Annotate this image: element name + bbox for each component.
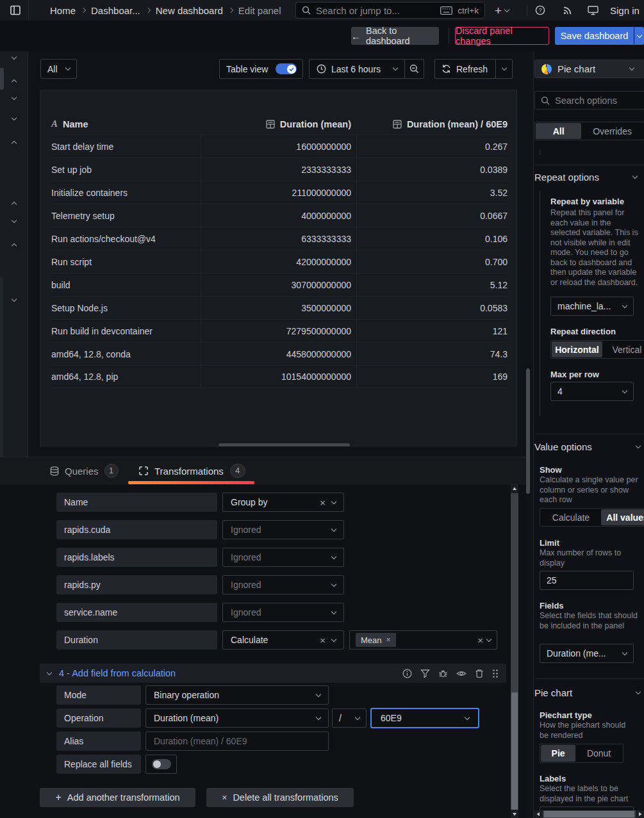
- back-to-dashboard-button[interactable]: ← Back to dashboard: [351, 27, 439, 45]
- repeat-variable-select[interactable]: machine_la...: [550, 297, 634, 316]
- search-minus-icon: [409, 64, 419, 74]
- type-pie[interactable]: Pie: [541, 745, 575, 762]
- scroll-thumb[interactable]: [544, 811, 634, 817]
- clear-icon[interactable]: ×: [320, 635, 326, 645]
- tab-overrides[interactable]: Overrides: [581, 123, 643, 139]
- show-all-values[interactable]: All values: [601, 509, 644, 525]
- field-operation-select[interactable]: Ignored: [222, 575, 344, 594]
- table-view-toggle[interactable]: [276, 63, 297, 74]
- field-operation-select[interactable]: Ignored: [222, 520, 344, 539]
- fields-select[interactable]: Duration (me...: [540, 644, 634, 663]
- limit-input[interactable]: 25: [540, 571, 634, 590]
- refresh-interval-button[interactable]: [496, 60, 512, 78]
- delete-all-transformations-button[interactable]: × Delete all transformations: [206, 788, 354, 807]
- tab-all[interactable]: All: [536, 123, 581, 139]
- drag-handle-icon[interactable]: [492, 669, 499, 678]
- pane-scroll-thumb[interactable]: [526, 368, 530, 494]
- scroll-left-button[interactable]: [534, 810, 543, 818]
- calculate-stats-multiselect[interactable]: Mean × ×: [349, 630, 497, 650]
- breadcrumb-dashboards[interactable]: Dashboar...: [91, 5, 140, 16]
- remove-mean-icon[interactable]: ×: [386, 636, 391, 644]
- help-icon[interactable]: ?: [535, 5, 545, 15]
- collapse-chevron-up-icon[interactable]: [12, 141, 17, 146]
- add-transformation-button[interactable]: + Add another transformation: [40, 788, 195, 807]
- plus-icon: +: [55, 792, 61, 803]
- save-dashboard-button[interactable]: Save dashboard: [555, 27, 634, 45]
- search-options-input[interactable]: Search options: [534, 91, 644, 110]
- chevron-down-icon: [622, 388, 627, 393]
- editor-vscroll[interactable]: [511, 484, 518, 818]
- section-pie-chart[interactable]: Pie chart: [534, 687, 640, 698]
- tab-transformations[interactable]: Transformations 4: [139, 462, 245, 479]
- cell-duration: 3500000000: [201, 297, 356, 320]
- discard-panel-changes-button[interactable]: Discard panel changes: [455, 27, 549, 45]
- rail-scroll-thumb[interactable]: [0, 68, 4, 90]
- options-hscroll[interactable]: [534, 810, 644, 818]
- scroll-down-button[interactable]: [511, 810, 518, 818]
- filter-icon[interactable]: [420, 669, 430, 678]
- info-icon[interactable]: [402, 669, 412, 678]
- alias-input[interactable]: Duration (mean) / 60E9: [145, 732, 329, 751]
- monitor-icon[interactable]: [588, 6, 599, 15]
- collapse-chevron-up-icon[interactable]: [12, 243, 17, 249]
- scroll-thumb[interactable]: [511, 692, 518, 810]
- trash-icon[interactable]: [475, 669, 484, 678]
- tab-queries[interactable]: Queries 1: [50, 462, 119, 479]
- database-icon: [50, 466, 59, 476]
- section-repeat-options[interactable]: Repeat options: [534, 172, 637, 183]
- collapse-chevron-up-icon[interactable]: [12, 202, 17, 207]
- zoom-out-button[interactable]: [405, 60, 424, 78]
- filter-all-dropdown[interactable]: All: [40, 59, 77, 79]
- clear-icon[interactable]: ×: [477, 635, 483, 645]
- chevron-down-icon: [636, 443, 641, 448]
- field-operation-select[interactable]: Ignored: [222, 548, 344, 567]
- table-hscroll-thumb[interactable]: [219, 443, 350, 446]
- section-value-options[interactable]: Value options: [534, 441, 640, 452]
- news-rss-icon[interactable]: [563, 5, 573, 15]
- collapse-chevron-down-icon[interactable]: [12, 54, 17, 60]
- table-row: Telemetry setup40000000000.0667: [51, 204, 508, 227]
- operand-right-select[interactable]: 60E9: [370, 708, 479, 728]
- collapse-chevron-down-icon[interactable]: [12, 95, 17, 100]
- replace-all-fields-toggle[interactable]: [145, 755, 177, 774]
- nav-divider: [527, 5, 527, 15]
- sidebar-toggle-icon[interactable]: [10, 5, 21, 15]
- eye-icon[interactable]: [456, 669, 466, 678]
- collapse-chevron-down-icon[interactable]: [12, 218, 17, 223]
- field-operation-select[interactable]: Group by×: [222, 493, 344, 512]
- sign-in-link[interactable]: Sign in: [610, 5, 640, 16]
- breadcrumb-new-dashboard[interactable]: New dashboard: [156, 5, 223, 16]
- collapse-chevron-down-icon[interactable]: [12, 297, 17, 302]
- collapse-chevron-up-icon[interactable]: [12, 79, 17, 85]
- max-per-row-select[interactable]: 4: [550, 382, 634, 401]
- collapse-chevron-down-icon[interactable]: [12, 115, 17, 120]
- transformation-section-header[interactable]: 4 - Add field from calculation: [40, 664, 506, 683]
- mean-tag[interactable]: Mean ×: [356, 633, 396, 647]
- refresh-button[interactable]: Refresh: [435, 60, 495, 78]
- debug-icon[interactable]: [438, 669, 448, 678]
- operand-left-select[interactable]: Duration (mean): [145, 708, 329, 728]
- search-input[interactable]: Search or jump to... ctrl+k: [295, 2, 485, 19]
- column-header-name[interactable]: A Name: [51, 119, 201, 129]
- show-calculate[interactable]: Calculate: [541, 509, 601, 525]
- field-operation-select[interactable]: Ignored: [222, 603, 344, 622]
- breadcrumb-home[interactable]: Home: [50, 5, 76, 16]
- time-range-button[interactable]: Last 6 hours: [310, 60, 404, 78]
- field-operation-select[interactable]: Calculate×: [222, 630, 344, 650]
- direction-vertical[interactable]: Vertical: [602, 341, 644, 357]
- add-menu-button[interactable]: +: [495, 0, 509, 20]
- type-donut[interactable]: Donut: [575, 745, 622, 762]
- mode-select[interactable]: Binary operation: [145, 685, 329, 705]
- scroll-right-button[interactable]: [636, 810, 644, 818]
- visualization-picker[interactable]: Pie chart: [534, 60, 644, 78]
- calculator-icon: [266, 120, 275, 129]
- operator-select[interactable]: /: [332, 708, 367, 728]
- clear-icon[interactable]: ×: [320, 498, 326, 507]
- save-dashboard-menu-button[interactable]: [634, 27, 644, 45]
- direction-horizontal[interactable]: Horizontal: [552, 341, 602, 357]
- scroll-up-button[interactable]: [511, 484, 518, 493]
- limit-label: Limit: [540, 538, 559, 548]
- column-header-duration[interactable]: Duration (mean): [201, 119, 356, 129]
- column-header-ratio[interactable]: Duration (mean) / 60E9: [356, 119, 508, 129]
- transformation-title[interactable]: 4 - Add field from calculation: [59, 668, 176, 678]
